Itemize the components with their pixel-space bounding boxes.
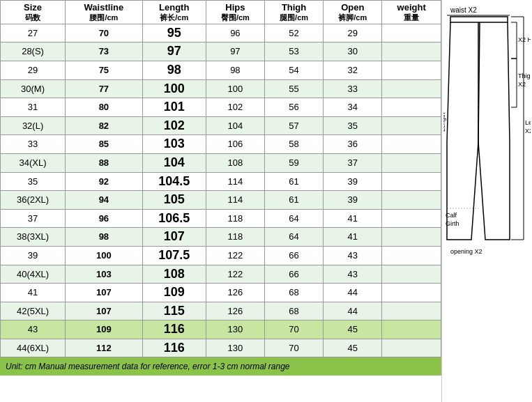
table-cell [382,209,441,228]
table-cell [382,98,441,117]
table-row: 3796106.51186441 [1,209,441,228]
table-cell: 66 [264,265,323,284]
table-row: 36(2XL)941051146139 [1,191,441,210]
col-header-length: Length 裤长/cm [142,1,206,24]
table-cell [382,42,441,61]
table-cell: 68 [264,284,323,302]
table-cell: 44 [324,302,382,320]
table-cell: 70 [264,320,323,339]
table-cell: 100 [66,246,143,265]
table-cell: 109 [142,284,206,302]
table-cell: 36(2XL) [1,191,66,210]
table-row: 277095965229 [1,24,441,42]
col-header-hips: Hips 臀围/cm [206,1,264,24]
table-cell: 75 [66,61,143,79]
table-cell: 101 [142,98,206,117]
table-cell: 41 [324,228,382,247]
table-cell: 27 [1,24,66,42]
table-cell [382,24,441,42]
table-cell: 122 [206,265,264,284]
table-cell: 80 [66,98,143,117]
table-cell [382,265,441,284]
table-cell: 32 [324,61,382,79]
table-cell: 100 [142,79,206,98]
table-cell: 37 [324,153,382,172]
table-row: 42(5XL)1071151266844 [1,302,441,320]
table-cell: 30 [324,42,382,61]
table-cell: 35 [1,172,66,191]
table-cell: 85 [66,135,143,154]
diagram-section: waist X2 X2 Hip Thigh X2 [441,0,532,402]
table-cell: 33 [1,135,66,154]
table-cell: 96 [66,209,143,228]
table-cell: 105 [142,191,206,210]
table-cell: 30(M) [1,79,66,98]
svg-text:waist X2: waist X2 [450,6,477,14]
table-cell: 118 [206,209,264,228]
table-cell: 94 [66,191,143,210]
table-cell: 100 [206,79,264,98]
table-cell: 58 [264,135,323,154]
table-row: 38(3XL)981071186441 [1,228,441,247]
table-cell: 107 [142,228,206,247]
table-row: 44(6XL)1121161307045 [1,339,441,357]
table-cell: 42(5XL) [1,302,66,320]
table-cell: 38(3XL) [1,228,66,247]
footer-note: Unit: cm Manual measurement data for ref… [0,357,441,376]
svg-text:opening X2: opening X2 [450,248,482,255]
table-cell: 39 [324,191,382,210]
table-row: 39100107.51226643 [1,246,441,265]
table-cell: 52 [264,24,323,42]
table-cell: 29 [324,24,382,42]
table-cell: 53 [264,42,323,61]
table-cell: 114 [206,191,264,210]
table-cell: 106.5 [142,209,206,228]
table-cell [382,191,441,210]
table-cell: 68 [264,302,323,320]
table-cell: 108 [206,153,264,172]
table-cell: 107 [66,284,143,302]
table-cell [382,339,441,357]
table-cell: 43 [324,265,382,284]
table-cell [382,246,441,265]
table-cell: 29 [1,61,66,79]
col-header-waist: Waistline 腰围/cm [66,1,143,24]
table-section: Size 码数 Waistline 腰围/cm Length 裤长/cm Hip… [0,0,441,402]
table-cell: 70 [66,24,143,42]
table-cell: 95 [142,24,206,42]
table-row: 33851031065836 [1,135,441,154]
table-cell: 31 [1,98,66,117]
size-chart-table: Size 码数 Waistline 腰围/cm Length 裤长/cm Hip… [0,0,441,357]
table-cell: 122 [206,246,264,265]
table-cell: 88 [66,153,143,172]
table-cell: 116 [142,339,206,357]
table-cell: 28(S) [1,42,66,61]
table-cell [382,320,441,339]
table-cell: 37 [1,209,66,228]
table-cell: 103 [66,265,143,284]
col-header-thigh: Thigh 腿围/cm [264,1,323,24]
table-cell: 102 [142,116,206,135]
table-cell: 103 [142,135,206,154]
table-cell: 61 [264,172,323,191]
table-cell: 116 [142,320,206,339]
table-cell: 35 [324,116,382,135]
table-cell: 70 [264,339,323,357]
svg-text:Length: Length [525,119,531,126]
table-row: 297598985432 [1,61,441,79]
pants-diagram: waist X2 X2 Hip Thigh X2 [443,3,531,344]
table-cell: 118 [206,228,264,247]
col-header-weight: weight 重量 [382,1,441,24]
table-cell: 126 [206,302,264,320]
svg-text:X2: X2 [518,81,526,88]
table-cell: 36 [324,135,382,154]
table-cell: 39 [324,172,382,191]
table-cell: 115 [142,302,206,320]
table-cell: 104 [142,153,206,172]
table-row: 431091161307045 [1,320,441,339]
table-cell: 77 [66,79,143,98]
table-cell: 96 [206,24,264,42]
table-cell: 98 [206,61,264,79]
table-cell: 112 [66,339,143,357]
table-cell: 130 [206,320,264,339]
